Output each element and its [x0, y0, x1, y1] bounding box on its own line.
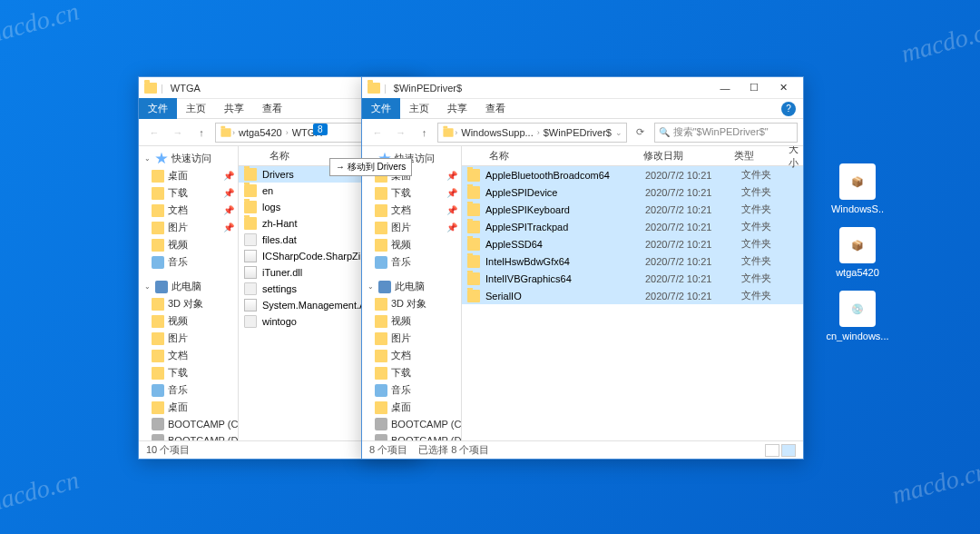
- file-icon: [244, 233, 257, 246]
- nav-item[interactable]: 视频: [139, 236, 238, 253]
- file-row[interactable]: AppleSPIDevice2020/7/2 10:21文件夹: [462, 183, 803, 201]
- item-count: 8 个项目: [369, 443, 407, 457]
- nav-item[interactable]: BOOTCAMP (C:: [139, 416, 238, 432]
- nav-item[interactable]: 音乐: [362, 253, 461, 271]
- file-list[interactable]: 名称 修改日期 类型 大小 AppleBluetoothBroadcom6420…: [462, 146, 803, 440]
- file-date: 2020/7/2 10:21: [645, 256, 736, 267]
- file-type: 文件夹: [741, 220, 796, 233]
- file-row[interactable]: AppleSSD642020/7/2 10:21文件夹: [462, 235, 803, 252]
- file-type: 文件夹: [741, 237, 796, 251]
- nav-item[interactable]: 图片📌: [139, 219, 238, 236]
- folder-icon: [244, 217, 257, 230]
- nav-item[interactable]: 文档: [139, 347, 238, 364]
- file-row[interactable]: AppleBluetoothBroadcom642020/7/2 10:21文件…: [462, 166, 803, 183]
- titlebar[interactable]: | $WinPEDriver$ — ☐ ✕: [362, 77, 803, 99]
- nav-item[interactable]: 桌面: [362, 399, 461, 416]
- close-button[interactable]: ✕: [769, 77, 798, 99]
- ribbon: 文件 主页 共享 查看 ?: [362, 99, 803, 119]
- drag-tooltip: 移动到 Drivers: [329, 158, 412, 176]
- refresh-button[interactable]: ⟳: [631, 123, 651, 143]
- nav-item[interactable]: 下载📌: [362, 184, 461, 202]
- nav-item[interactable]: 音乐: [362, 381, 461, 399]
- nav-item[interactable]: 视频: [139, 312, 238, 330]
- nav-item[interactable]: 3D 对象: [139, 295, 238, 312]
- file-type: 文件夹: [741, 254, 796, 268]
- ribbon-tab-file[interactable]: 文件: [139, 98, 177, 119]
- nav-item[interactable]: 桌面📌: [139, 167, 238, 184]
- file-date: 2020/7/2 10:21: [645, 170, 736, 181]
- ribbon-tab-share[interactable]: 共享: [215, 98, 253, 119]
- drag-badge: 8: [313, 124, 328, 134]
- nav-item[interactable]: 音乐: [139, 253, 238, 271]
- breadcrumb[interactable]: ›WindowsSupp... ›$WinPEDriver$ ⌄: [437, 123, 627, 143]
- window-title: WTGA: [171, 83, 201, 94]
- nav-item[interactable]: BOOTCAMP (C:: [362, 416, 461, 432]
- disc-icon: 💿: [839, 291, 876, 327]
- nav-item[interactable]: 图片📌: [362, 219, 461, 236]
- desktop-icon[interactable]: 💿cn_windows...: [826, 291, 889, 341]
- search-input[interactable]: 搜索"$WinPEDriver$": [654, 123, 798, 143]
- file-icon: [244, 250, 257, 262]
- nav-item[interactable]: 下载: [362, 364, 461, 381]
- nav-fwd-button[interactable]: →: [168, 123, 188, 143]
- view-switcher[interactable]: [765, 444, 796, 457]
- archive-icon: 📦: [839, 163, 876, 200]
- nav-item[interactable]: 3D 对象: [362, 295, 461, 312]
- nav-up-button[interactable]: ↑: [415, 123, 435, 143]
- nav-item[interactable]: 图片: [362, 330, 461, 347]
- file-name: AppleSSD64: [485, 239, 640, 250]
- minimize-button[interactable]: —: [710, 77, 740, 99]
- nav-item[interactable]: 视频: [362, 312, 461, 330]
- file-name: AppleSPIDevice: [485, 187, 640, 198]
- nav-item[interactable]: 视频: [362, 236, 461, 253]
- nav-item[interactable]: 文档📌: [362, 202, 461, 219]
- folder-icon: [467, 238, 480, 251]
- desktop-icon[interactable]: 📦wtga5420: [826, 227, 889, 278]
- ribbon-tab-view[interactable]: 查看: [253, 98, 291, 119]
- nav-quick-access[interactable]: ⌄快速访问: [139, 150, 238, 167]
- nav-back-button[interactable]: ←: [144, 123, 164, 143]
- nav-this-pc[interactable]: ⌄此电脑: [362, 278, 461, 295]
- file-row[interactable]: AppleSPITrackpad2020/7/2 10:21文件夹: [462, 218, 803, 235]
- nav-item[interactable]: BOOTCAMP (D:: [362, 432, 461, 440]
- desktop-icon[interactable]: 📦WindowsS..: [826, 163, 889, 214]
- breadcrumb-seg[interactable]: WindowsSupp...: [457, 127, 536, 138]
- breadcrumb-seg[interactable]: $WinPEDriver$: [540, 127, 615, 138]
- nav-fwd-button[interactable]: →: [391, 123, 411, 143]
- nav-item[interactable]: 音乐: [139, 381, 238, 399]
- ribbon-tab-view[interactable]: 查看: [476, 98, 514, 119]
- folder-icon: [244, 168, 257, 181]
- nav-item[interactable]: 桌面: [139, 399, 238, 416]
- nav-item[interactable]: 图片: [139, 330, 238, 347]
- folder-icon: [444, 128, 454, 137]
- file-row[interactable]: IntelIVBGraphics642020/7/2 10:21文件夹: [462, 270, 803, 287]
- qat-sep: |: [161, 83, 163, 94]
- file-date: 2020/7/2 10:21: [645, 291, 736, 302]
- nav-item[interactable]: 下载📌: [139, 184, 238, 202]
- maximize-button[interactable]: ☐: [740, 77, 769, 99]
- nav-item[interactable]: 文档📌: [139, 202, 238, 219]
- ribbon-tab-share[interactable]: 共享: [438, 98, 476, 119]
- nav-up-button[interactable]: ↑: [191, 123, 211, 143]
- ribbon-tab-file[interactable]: 文件: [362, 98, 400, 119]
- folder-icon: [467, 255, 480, 268]
- folder-icon: [220, 128, 230, 137]
- file-row[interactable]: AppleSPIKeyboard2020/7/2 10:21文件夹: [462, 201, 803, 218]
- folder-icon: [467, 272, 480, 285]
- nav-item[interactable]: BOOTCAMP (D:: [139, 432, 238, 440]
- help-button[interactable]: ?: [781, 102, 796, 116]
- nav-back-button[interactable]: ←: [368, 123, 387, 143]
- file-icon: [244, 266, 257, 279]
- ribbon-tab-home[interactable]: 主页: [400, 98, 438, 119]
- ribbon-tab-home[interactable]: 主页: [177, 98, 215, 119]
- nav-this-pc[interactable]: ⌄此电脑: [139, 278, 238, 295]
- file-type: 文件夹: [741, 185, 796, 199]
- nav-item[interactable]: 下载: [139, 364, 238, 381]
- folder-icon: [144, 83, 157, 94]
- file-type: 文件夹: [741, 289, 796, 302]
- file-row[interactable]: SerialIO2020/7/2 10:21文件夹: [462, 287, 803, 304]
- column-headers[interactable]: 名称 修改日期 类型 大小: [462, 146, 803, 166]
- file-row[interactable]: IntelHswBdwGfx642020/7/2 10:21文件夹: [462, 252, 803, 270]
- breadcrumb-seg[interactable]: wtga5420: [235, 127, 286, 138]
- nav-item[interactable]: 文档: [362, 347, 461, 364]
